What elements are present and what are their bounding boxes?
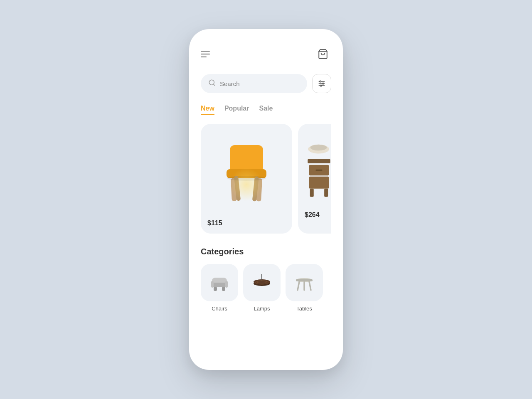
svg-rect-18 [308,159,330,163]
svg-line-39 [309,282,311,290]
svg-rect-27 [225,281,228,288]
svg-point-5 [320,81,321,82]
menu-button[interactable] [201,51,210,57]
products-row: $115 [201,124,331,234]
tab-sale[interactable]: Sale [259,105,273,115]
svg-point-17 [310,145,327,151]
search-row [201,74,331,93]
product-image-chair [207,131,286,214]
category-chairs-label: Chairs [212,305,227,312]
header [201,46,331,62]
category-tables[interactable]: Tables [286,264,323,312]
category-tables-label: Tables [296,305,312,312]
svg-point-8 [320,85,322,86]
categories-row: Chairs Lamps [201,264,331,312]
svg-rect-28 [214,287,217,291]
svg-rect-20 [315,170,322,171]
product-price-chair: $115 [207,219,286,227]
tabs: New Popular Sale [201,105,331,115]
category-lamps[interactable]: Lamps [243,264,281,312]
svg-line-37 [298,282,299,290]
svg-line-2 [213,84,214,85]
product-image-table [305,131,331,205]
filter-button[interactable] [312,74,331,93]
phone-shell: New Popular Sale [189,29,343,370]
product-card-table[interactable]: $264 [298,124,331,234]
svg-rect-26 [211,281,214,288]
svg-rect-29 [222,287,225,291]
category-chairs[interactable]: Chairs [201,264,238,312]
product-price-table: $264 [305,211,331,219]
tables-icon [293,272,315,293]
search-bar[interactable] [201,74,307,93]
lamps-icon [251,272,273,293]
search-input[interactable] [220,80,300,87]
categories-section: Categories Chairs [201,247,331,312]
filter-icon [318,79,326,88]
cart-button[interactable] [315,46,331,62]
svg-rect-23 [324,189,328,197]
tab-popular[interactable]: Popular [224,105,249,115]
category-chairs-icon-box [201,264,238,301]
category-tables-icon-box [286,264,323,301]
svg-rect-21 [309,177,329,189]
category-lamps-icon-box [243,264,281,301]
svg-rect-22 [310,189,314,197]
product-card-chair[interactable]: $115 [201,124,292,234]
svg-point-6 [323,83,324,84]
tab-new[interactable]: New [201,105,214,115]
categories-title: Categories [201,247,331,256]
category-lamps-label: Lamps [254,305,270,312]
chairs-icon [209,272,230,293]
search-icon [208,79,216,88]
cart-icon [318,49,328,59]
